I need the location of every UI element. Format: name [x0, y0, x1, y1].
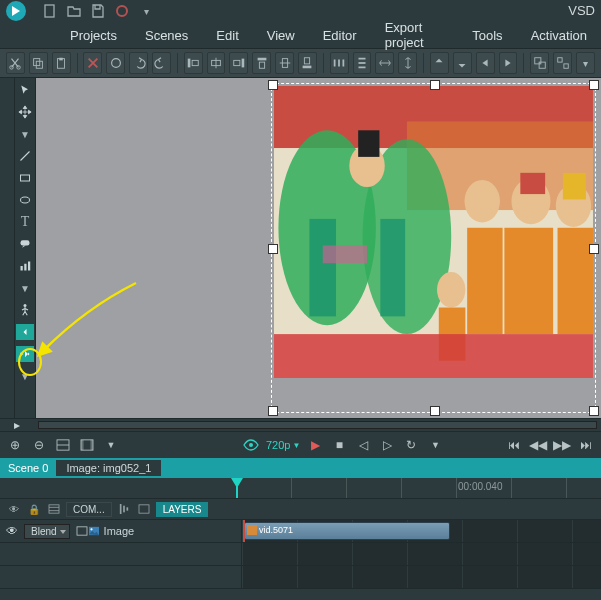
menu-edit[interactable]: Edit	[202, 24, 252, 47]
track-lane[interactable]: vid.5071	[242, 520, 601, 542]
resize-handle[interactable]	[589, 244, 599, 254]
tooltip-tool-icon[interactable]	[17, 236, 33, 252]
send-back-button[interactable]	[453, 52, 472, 74]
move-tool-icon[interactable]	[17, 104, 33, 120]
backward-button[interactable]	[499, 52, 518, 74]
save-icon[interactable]	[90, 3, 106, 19]
group-button[interactable]	[530, 52, 549, 74]
delete-button[interactable]	[83, 52, 102, 74]
chevron-down-icon[interactable]: ▼	[17, 368, 33, 384]
filmstrip-icon[interactable]	[46, 501, 62, 517]
chevron-down-icon[interactable]: ▼	[17, 126, 33, 142]
next-frame-button[interactable]: ▷	[378, 436, 396, 454]
menu-tools[interactable]: Tools	[458, 24, 516, 47]
resize-handle[interactable]	[589, 80, 599, 90]
scrollbar-horizontal[interactable]	[38, 421, 597, 429]
undo-button[interactable]	[129, 52, 148, 74]
forward-button[interactable]	[476, 52, 495, 74]
same-height-button[interactable]	[398, 52, 417, 74]
chevron-down-icon[interactable]: ▼	[102, 436, 120, 454]
rect-tool-icon[interactable]	[17, 170, 33, 186]
same-width-button[interactable]	[375, 52, 394, 74]
play-icon[interactable]: ▸	[0, 419, 34, 431]
copy-button[interactable]	[29, 52, 48, 74]
play-button[interactable]: ▶	[306, 436, 324, 454]
lock-icon[interactable]: 🔒	[26, 501, 42, 517]
menu-projects[interactable]: Projects	[56, 24, 131, 47]
shape-circle-button[interactable]	[106, 52, 125, 74]
menu-activation[interactable]: Activation	[517, 24, 601, 47]
menu-scenes[interactable]: Scenes	[131, 24, 202, 47]
menu-view[interactable]: View	[253, 24, 309, 47]
open-icon[interactable]	[66, 3, 82, 19]
align-center-v-button[interactable]	[275, 52, 294, 74]
blend-mode-select[interactable]: Blend	[24, 524, 70, 539]
menu-editor[interactable]: Editor	[309, 24, 371, 47]
layer-name[interactable]: Image	[104, 525, 135, 537]
chevron-down-icon[interactable]: ▼	[426, 436, 444, 454]
tab-layers[interactable]: LAYERS	[156, 502, 209, 517]
eye-icon[interactable]	[242, 436, 260, 454]
resize-handle[interactable]	[268, 244, 278, 254]
selection-box[interactable]	[272, 84, 595, 412]
frame-view-button[interactable]	[78, 436, 96, 454]
fit-button[interactable]	[54, 436, 72, 454]
distribute-h-button[interactable]	[330, 52, 349, 74]
eye-icon[interactable]: 👁	[6, 501, 22, 517]
text-tool-icon[interactable]: T	[17, 214, 33, 230]
audio-icon[interactable]	[116, 501, 132, 517]
align-right-button[interactable]	[229, 52, 248, 74]
line-tool-icon[interactable]	[17, 148, 33, 164]
chevron-down-icon[interactable]: ▼	[17, 280, 33, 296]
ellipse-tool-icon[interactable]	[17, 192, 33, 208]
chevron-down-icon[interactable]: ▾	[138, 3, 154, 19]
step-back-button[interactable]: ◀◀	[529, 436, 547, 454]
step-fwd-button[interactable]: ▶▶	[553, 436, 571, 454]
cut-button[interactable]	[6, 52, 25, 74]
canvas[interactable]	[35, 78, 601, 418]
timeline-clip[interactable]: vid.5071	[244, 522, 450, 540]
redo-button[interactable]	[152, 52, 171, 74]
playhead-icon[interactable]	[236, 478, 238, 498]
track-lane[interactable]	[242, 543, 601, 565]
filmstrip-icon[interactable]	[76, 526, 88, 536]
menu-export[interactable]: Export project	[371, 16, 459, 54]
resize-handle[interactable]	[430, 406, 440, 416]
goto-start-button[interactable]: ⏮	[505, 436, 523, 454]
stop-button[interactable]: ■	[330, 436, 348, 454]
paste-button[interactable]	[52, 52, 71, 74]
resize-handle[interactable]	[268, 80, 278, 90]
loop-button[interactable]: ↻	[402, 436, 420, 454]
new-icon[interactable]	[42, 3, 58, 19]
zoom-in-button[interactable]: ⊕	[6, 436, 24, 454]
prev-frame-button[interactable]: ◁	[354, 436, 372, 454]
record-icon[interactable]	[114, 3, 130, 19]
timeline-ruler[interactable]: 00:00.040	[0, 478, 601, 499]
resize-handle[interactable]	[589, 406, 599, 416]
chart-tool-icon[interactable]	[17, 258, 33, 274]
resolution-label[interactable]: 720p▼	[266, 439, 300, 451]
zoom-out-button[interactable]: ⊖	[30, 436, 48, 454]
audio-tool-icon[interactable]	[16, 324, 34, 340]
align-bottom-button[interactable]	[298, 52, 317, 74]
ungroup-button[interactable]	[553, 52, 572, 74]
image-tab[interactable]: Image: img052_1	[56, 460, 161, 476]
bring-front-button[interactable]	[430, 52, 449, 74]
filmstrip-icon[interactable]	[136, 501, 152, 517]
resize-handle[interactable]	[430, 80, 440, 90]
align-top-button[interactable]	[252, 52, 271, 74]
resize-handle[interactable]	[268, 406, 278, 416]
goto-end-button[interactable]: ⏭	[577, 436, 595, 454]
video-clip[interactable]	[266, 78, 601, 418]
tab-compositing[interactable]: COM...	[66, 502, 112, 517]
align-left-button[interactable]	[184, 52, 203, 74]
distribute-v-button[interactable]	[353, 52, 372, 74]
pointer-tool-icon[interactable]	[17, 82, 33, 98]
eye-icon[interactable]: 👁	[6, 524, 18, 538]
person-tool-icon[interactable]	[17, 302, 33, 318]
align-center-h-button[interactable]	[207, 52, 226, 74]
scene-tab[interactable]: Scene 0	[0, 460, 56, 476]
more-button[interactable]: ▾	[576, 52, 595, 74]
video-effects-tool-icon[interactable]	[16, 346, 34, 362]
track-lane[interactable]	[242, 566, 601, 588]
